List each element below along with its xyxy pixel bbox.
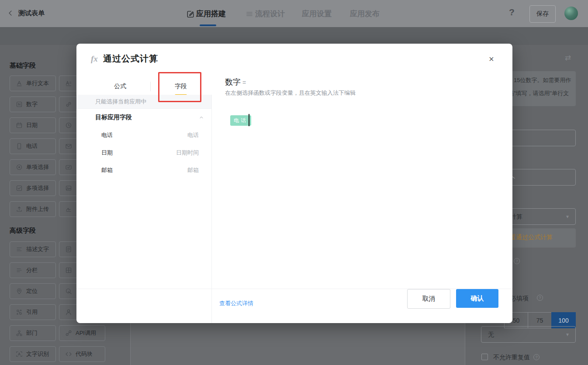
field-button-multi-choice[interactable]: 多项选择 — [10, 180, 56, 196]
textarea-icon — [65, 80, 72, 87]
chevron-up-icon[interactable] — [199, 115, 204, 120]
cancel-button[interactable]: 取消 — [407, 289, 450, 309]
confirm-button[interactable]: 确认 — [456, 289, 498, 308]
link-icon — [65, 101, 72, 108]
field-button-date[interactable]: 日期 — [10, 117, 56, 133]
api-icon — [65, 330, 72, 337]
signature-icon — [65, 206, 72, 213]
field-label: 附件上传 — [26, 205, 49, 213]
field-button-department[interactable]: 部门 — [10, 325, 56, 341]
formula-setting-link[interactable]: 置通过公式计算 — [510, 234, 553, 241]
field-label: 文字识别 — [26, 350, 49, 358]
top-bar: 测试表单 应用搭建 流程设计 应用设置 应用发布 ? 保存 — [0, 0, 588, 27]
checkbox-icon — [16, 185, 23, 192]
tab-app-settings[interactable]: 应用设置 — [302, 9, 332, 19]
modal-tab-formula[interactable]: 公式 — [94, 79, 146, 94]
field-label: 引用 — [26, 308, 38, 316]
tab-label: 应用搭建 — [196, 9, 226, 19]
relation-icon — [16, 309, 23, 316]
ocr-icon — [16, 351, 23, 358]
field-label: 数字 — [26, 100, 38, 108]
field-button-location[interactable]: 定位 — [10, 283, 56, 299]
formula-editor[interactable]: 电话 — [221, 105, 500, 284]
field-row-type: 邮箱 — [187, 166, 199, 174]
calendar-icon — [16, 122, 23, 129]
field-label: 分栏 — [26, 266, 38, 274]
field-group-title[interactable]: 目标应用字段 — [95, 114, 132, 121]
tab-app-build[interactable]: 应用搭建 — [187, 9, 226, 19]
tab-app-publish[interactable]: 应用发布 — [350, 9, 380, 19]
required-label: 必填项 — [510, 295, 529, 303]
image-icon — [65, 185, 72, 192]
save-button[interactable]: 保存 — [529, 5, 556, 23]
field-label: 单项选择 — [26, 163, 49, 171]
field-button-columns[interactable]: 分栏 — [10, 262, 56, 278]
phone-icon — [16, 143, 23, 150]
section-basic-fields: 基础字段 — [10, 62, 36, 70]
annotation-red-rectangle — [158, 72, 201, 102]
swap-icon[interactable]: ⇄ — [565, 53, 571, 62]
field-label: 单行文本 — [26, 79, 49, 87]
result-name: 数字 — [225, 78, 241, 86]
modal-close-icon[interactable]: × — [489, 54, 494, 64]
help-icon[interactable]: ? — [509, 7, 515, 17]
field-button-api-call[interactable]: API调用 — [59, 325, 105, 341]
field-row-label: 日期 — [101, 149, 113, 157]
description-icon — [16, 246, 23, 253]
tab-flow-design[interactable]: 流程设计 — [246, 9, 285, 19]
field-button-code-block[interactable]: 代码块 — [59, 346, 105, 362]
active-tab-underline — [200, 24, 216, 26]
field-token-phone[interactable]: 电话 — [230, 115, 251, 126]
field-label: 电话 — [26, 142, 38, 150]
field-button-number[interactable]: 数字 — [10, 96, 56, 112]
notice-line-2: 码"填写，请选用"单行文 — [508, 90, 569, 97]
field-label: 部门 — [26, 329, 38, 337]
location-icon — [16, 288, 23, 295]
field-button-ocr[interactable]: 文字识别 — [10, 346, 56, 362]
field-button-phone[interactable]: 电话 — [10, 138, 56, 154]
trial-banner: 付费试用版还有 1434 天到期，过期后将无法使用付费版功能。了解付费版 × — [0, 27, 588, 45]
select-box-icon — [65, 164, 72, 171]
result-field-label: 数字= — [225, 77, 246, 87]
equals-sign: = — [242, 79, 246, 86]
field-row-label: 电话 — [101, 131, 113, 139]
field-button-description-text[interactable]: 描述文字 — [10, 241, 56, 257]
mail-icon — [65, 143, 72, 150]
search-icon — [65, 288, 72, 295]
no-duplicate-checkbox[interactable] — [481, 354, 488, 360]
field-row-phone[interactable]: 电话 电话 — [76, 129, 211, 141]
form-title: 测试表单 — [18, 9, 45, 17]
field-label: 定位 — [26, 287, 38, 295]
formula-modal: fx 通过公式计算 × 公式 字段 只能选择当前应用中 目标应用字段 电话 电话… — [76, 44, 512, 323]
document-icon — [65, 246, 72, 253]
formula-detail-link[interactable]: 查看公式详情 — [219, 300, 253, 307]
edit-icon — [187, 10, 194, 18]
field-label: 代码块 — [76, 350, 93, 358]
field-button-single-choice[interactable]: 单项选择 — [10, 159, 56, 175]
avatar[interactable] — [564, 7, 578, 20]
field-row-email[interactable]: 邮箱 邮箱 — [76, 164, 211, 176]
upload-icon — [16, 206, 23, 213]
help-circle-icon[interactable]: ? — [514, 258, 520, 264]
field-row-date[interactable]: 日期 日期时间 — [76, 147, 211, 159]
field-button-attachment-upload[interactable]: 附件上传 — [10, 201, 56, 217]
org-icon — [16, 330, 23, 337]
text-cursor — [249, 114, 249, 126]
person-icon — [65, 309, 72, 316]
field-button-single-line-text[interactable]: 单行文本 — [10, 76, 56, 91]
notice-line-1: 15位数字。如需要用作 — [514, 76, 571, 84]
columns-icon — [16, 267, 23, 274]
tab-label: 应用设置 — [302, 9, 332, 19]
required-help-icon[interactable]: ? — [537, 295, 543, 301]
tab-label: 流程设计 — [255, 9, 285, 19]
number-icon — [16, 101, 23, 108]
caret-down-icon: ▾ — [566, 213, 569, 220]
back-icon[interactable] — [7, 10, 14, 17]
field-button-reference[interactable]: 引用 — [10, 304, 56, 320]
code-icon — [65, 351, 72, 358]
no-duplicate-help-icon[interactable]: ? — [533, 354, 540, 360]
clock-icon — [65, 122, 72, 129]
field-label: 多项选择 — [26, 184, 49, 192]
field-row-type: 日期时间 — [176, 149, 199, 157]
validation-select[interactable]: 无 ▾ — [481, 326, 576, 343]
